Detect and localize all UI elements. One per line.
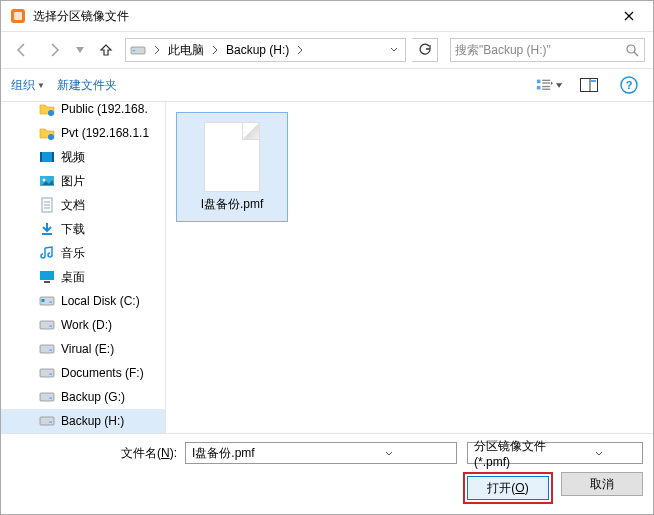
tree-item[interactable]: 视频 [1, 145, 165, 169]
svg-rect-11 [542, 89, 550, 90]
tree-item-label: Backup (G:) [61, 390, 125, 404]
navigation-row: 此电脑 Backup (H:) 搜索"Backup (H:)" [1, 32, 653, 68]
breadcrumb-seg-pc[interactable]: 此电脑 [164, 40, 208, 61]
folder-net-icon [39, 125, 55, 141]
forward-button[interactable] [41, 37, 67, 63]
drive-icon [39, 341, 55, 357]
open-button[interactable]: 打开(O) [467, 476, 549, 500]
title-bar: 选择分区镜像文件 [1, 1, 653, 32]
svg-rect-40 [40, 393, 54, 401]
tree-item-label: Virual (E:) [61, 342, 114, 356]
svg-point-23 [43, 179, 46, 182]
chevron-down-icon[interactable] [323, 451, 454, 456]
svg-rect-3 [133, 50, 135, 51]
up-button[interactable] [93, 37, 119, 63]
video-icon [39, 149, 55, 165]
preview-pane-button[interactable] [575, 74, 603, 96]
downloads-icon [39, 221, 55, 237]
svg-point-18 [48, 134, 54, 140]
cancel-button[interactable]: 取消 [561, 472, 643, 496]
help-button[interactable]: ? [615, 74, 643, 96]
drive-icon [128, 40, 148, 60]
tree-item[interactable]: Documents (F:) [1, 361, 165, 385]
content-area: Public (192.168.Pvt (192.168.1.1视频图片文档下载… [1, 102, 653, 433]
svg-rect-42 [40, 417, 54, 425]
tree-item[interactable]: 下载 [1, 217, 165, 241]
svg-rect-14 [591, 80, 596, 82]
file-type-filter[interactable]: 分区镜像文件(*.pmf) [467, 442, 643, 464]
tree-item[interactable]: Backup (H:) [1, 409, 165, 433]
address-dropdown[interactable] [385, 47, 403, 53]
tree-item[interactable]: 文档 [1, 193, 165, 217]
tree-item-label: Local Disk (C:) [61, 294, 140, 308]
tree-item-label: Documents (F:) [61, 366, 144, 380]
organize-menu[interactable]: 组织▼ [11, 77, 45, 94]
new-folder-button[interactable]: 新建文件夹 [57, 77, 117, 94]
drive-icon [39, 365, 55, 381]
svg-rect-36 [40, 345, 54, 353]
svg-rect-43 [49, 422, 52, 423]
svg-rect-8 [542, 82, 550, 83]
file-label: I盘备份.pmf [201, 196, 264, 213]
svg-rect-33 [49, 302, 52, 303]
refresh-button[interactable] [412, 38, 438, 62]
address-bar[interactable]: 此电脑 Backup (H:) [125, 38, 406, 62]
svg-point-17 [48, 110, 54, 116]
tree-item-label: Public (192.168. [61, 102, 148, 116]
svg-rect-20 [40, 152, 42, 162]
tree-item[interactable]: Public (192.168. [1, 102, 165, 121]
svg-rect-34 [40, 321, 54, 329]
dialog-title: 选择分区镜像文件 [33, 8, 609, 25]
tree-item-label: Backup (H:) [61, 414, 124, 428]
svg-rect-29 [40, 271, 54, 280]
tree-item[interactable]: Virual (E:) [1, 337, 165, 361]
footer: 文件名(N): I盘备份.pmf 分区镜像文件(*.pmf) 打开(O) 取消 [1, 433, 653, 514]
desktop-icon [39, 269, 55, 285]
tree-item[interactable]: 音乐 [1, 241, 165, 265]
folder-net-icon [39, 102, 55, 117]
close-button[interactable] [609, 2, 649, 30]
svg-point-4 [627, 45, 635, 53]
back-button[interactable] [9, 37, 35, 63]
svg-rect-1 [14, 12, 22, 20]
tree-item[interactable]: 桌面 [1, 265, 165, 289]
drive-icon [39, 317, 55, 333]
history-dropdown[interactable] [73, 47, 87, 53]
drive-os-icon [39, 293, 55, 309]
svg-rect-30 [44, 281, 50, 283]
svg-rect-41 [49, 398, 52, 399]
svg-rect-10 [542, 86, 550, 87]
tree-item-label: 音乐 [61, 245, 85, 262]
svg-rect-21 [52, 152, 54, 162]
chevron-right-icon[interactable] [293, 46, 307, 54]
tree-item[interactable]: Local Disk (C:) [1, 289, 165, 313]
chevron-down-icon[interactable] [557, 451, 640, 456]
svg-rect-28 [42, 233, 52, 235]
svg-rect-19 [40, 152, 54, 162]
drive-icon [39, 389, 55, 405]
tree-item[interactable]: 图片 [1, 169, 165, 193]
tree-item-label: 文档 [61, 197, 85, 214]
chevron-right-icon[interactable] [208, 46, 222, 54]
open-button-highlight: 打开(O) [463, 472, 553, 504]
filename-input[interactable]: I盘备份.pmf [185, 442, 457, 464]
view-options-button[interactable] [535, 74, 563, 96]
toolbar: 组织▼ 新建文件夹 ? [1, 68, 653, 102]
svg-rect-35 [49, 326, 52, 327]
tree-item[interactable]: Backup (G:) [1, 385, 165, 409]
chevron-right-icon[interactable] [150, 46, 164, 54]
search-input[interactable]: 搜索"Backup (H:)" [450, 38, 645, 62]
search-placeholder: 搜索"Backup (H:)" [455, 42, 624, 59]
file-icon [204, 122, 260, 192]
drive-icon [39, 413, 55, 429]
svg-rect-6 [537, 80, 541, 84]
search-icon [624, 44, 640, 57]
folder-tree[interactable]: Public (192.168.Pvt (192.168.1.1视频图片文档下载… [1, 102, 166, 433]
svg-rect-37 [49, 350, 52, 351]
breadcrumb-seg-drive[interactable]: Backup (H:) [222, 41, 293, 59]
file-pane[interactable]: I盘备份.pmf [166, 102, 653, 433]
tree-item[interactable]: Pvt (192.168.1.1 [1, 121, 165, 145]
tree-item[interactable]: Work (D:) [1, 313, 165, 337]
tree-item-label: 图片 [61, 173, 85, 190]
file-item[interactable]: I盘备份.pmf [176, 112, 288, 222]
